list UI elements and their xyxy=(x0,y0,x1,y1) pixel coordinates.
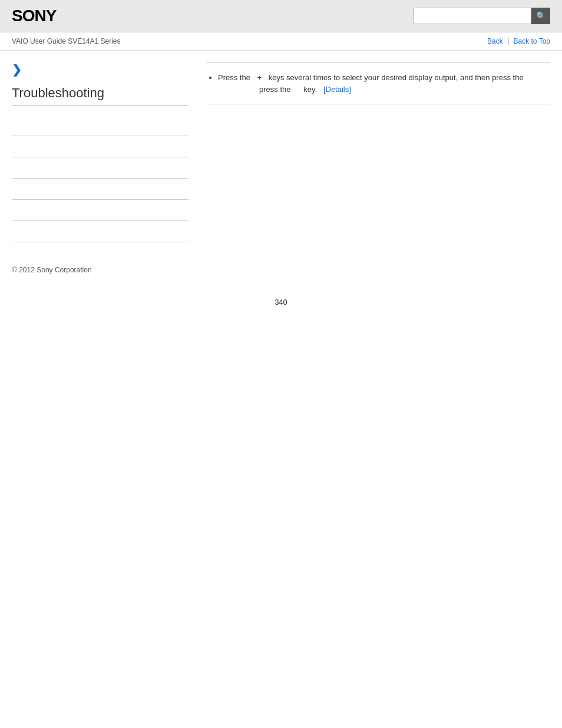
list-item xyxy=(12,115,189,136)
list-item xyxy=(12,200,189,221)
sidebar-nav-link-1[interactable] xyxy=(12,121,14,130)
sidebar-nav-link-4[interactable] xyxy=(12,185,14,193)
content-divider-bottom xyxy=(206,104,550,104)
search-button[interactable]: 🔍 xyxy=(531,8,550,24)
list-item xyxy=(12,221,189,242)
footer: © 2012 Sony Corporation xyxy=(0,254,562,280)
page-number: 340 xyxy=(0,298,562,318)
bullet-text-middle: keys several times to select your desire… xyxy=(269,73,524,82)
content-divider-top xyxy=(206,62,550,63)
back-link[interactable]: Back xyxy=(487,37,503,45)
plus-sign: + xyxy=(257,73,262,82)
sidebar-nav-link-5[interactable] xyxy=(12,206,14,215)
search-icon: 🔍 xyxy=(536,11,546,21)
bullet-text-press: press the xyxy=(259,85,290,94)
list-item: Press the + keys several times to select… xyxy=(218,72,550,95)
breadcrumb-separator: | xyxy=(507,37,509,45)
page-header: SONY 🔍 xyxy=(0,0,562,32)
sidebar-nav-link-6[interactable] xyxy=(12,228,14,236)
search-container: 🔍 xyxy=(414,8,550,24)
breadcrumb-right: Back | Back to Top xyxy=(487,37,550,45)
list-item xyxy=(12,136,189,157)
section-title: Troubleshooting xyxy=(12,85,189,106)
breadcrumb-left: VAIO User Guide SVE14A1 Series xyxy=(12,37,121,45)
bullet-text-prefix: Press the xyxy=(218,73,250,82)
back-to-top-link[interactable]: Back to Top xyxy=(514,37,550,45)
search-input[interactable] xyxy=(414,8,531,24)
list-item xyxy=(12,157,189,179)
sony-logo: SONY xyxy=(12,6,56,25)
main-content: ❯ Troubleshooting xyxy=(0,51,562,254)
details-link[interactable]: [Details] xyxy=(323,85,351,94)
sidebar-nav-link-2[interactable] xyxy=(12,143,14,151)
breadcrumb-bar: VAIO User Guide SVE14A1 Series Back | Ba… xyxy=(0,32,562,51)
sidebar-nav xyxy=(12,115,189,242)
list-item xyxy=(12,179,189,200)
bullet-text-suffix: key. xyxy=(303,85,317,94)
content-area: Press the + keys several times to select… xyxy=(200,62,550,242)
bullet-list: Press the + keys several times to select… xyxy=(206,72,550,95)
sidebar-nav-link-3[interactable] xyxy=(12,164,14,172)
chevron-icon: ❯ xyxy=(12,62,189,77)
copyright-text: © 2012 Sony Corporation xyxy=(12,266,92,274)
sidebar: ❯ Troubleshooting xyxy=(12,62,189,242)
